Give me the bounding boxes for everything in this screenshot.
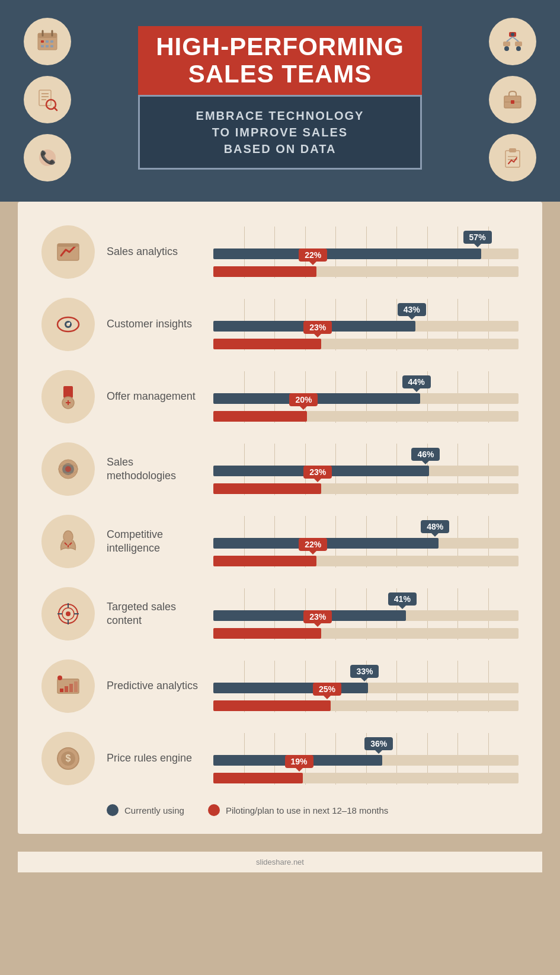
- dark-bar-wrapper-price-rules-engine: 36%: [213, 754, 519, 767]
- chart-row-price-rules-engine: $ Price rules engine 36%: [41, 732, 519, 785]
- bars-offer-management: 44% 20%: [213, 371, 519, 423]
- header-icons-left: 📞: [24, 18, 71, 181]
- chart-section-sales-analytics: 57% 22%: [213, 227, 519, 278]
- bars-customer-insights: 43% 23%: [213, 299, 519, 351]
- chart-section-targeted-sales-content: 41% 23%: [213, 588, 519, 640]
- dark-fill-predictive-analytics: 33%: [213, 683, 368, 693]
- chart-section-offer-management: 44% 20%: [213, 371, 519, 423]
- row-icon-sales-methodologies: [41, 442, 95, 496]
- bars-predictive-analytics: 33% 25%: [213, 661, 519, 712]
- legend-dot-dark: [107, 804, 119, 816]
- title-bottom-bg: EMBRACE TECHNOLOGYTO IMPROVE SALESBASED …: [138, 95, 422, 170]
- legend-dot-red: [208, 804, 220, 816]
- red-fill-targeted-sales-content: 23%: [213, 628, 321, 639]
- footer-source: slideshare.net: [256, 858, 304, 866]
- svg-point-25: [511, 33, 514, 36]
- red-badge-customer-insights: 23%: [303, 321, 332, 334]
- bars-sales-methodologies: 46% 23%: [213, 444, 519, 495]
- title-line2: SALES TEAMS: [156, 60, 404, 88]
- bars-targeted-sales-content: 41% 23%: [213, 588, 519, 640]
- row-label-sales-analytics: Sales analytics: [107, 245, 201, 259]
- svg-rect-61: [69, 684, 73, 692]
- red-bar-wrapper-targeted-sales-content: 23%: [213, 627, 519, 640]
- subtitle-text: EMBRACE TECHNOLOGYTO IMPROVE SALESBASED …: [158, 107, 402, 157]
- svg-rect-7: [41, 45, 44, 47]
- chart-row-competitive-intelligence: Competitive intelligence 48%: [41, 515, 519, 568]
- chart-section-customer-insights: 43% 23%: [213, 299, 519, 351]
- red-badge-targeted-sales-content: 23%: [303, 610, 332, 623]
- dark-badge-sales-methodologies: 46%: [411, 448, 440, 461]
- row-icon-offer-management: [41, 370, 95, 423]
- calendar-icon: [24, 18, 71, 65]
- red-fill-price-rules-engine: 19%: [213, 773, 303, 783]
- dark-fill-sales-analytics: 57%: [213, 248, 481, 259]
- svg-rect-9: [50, 45, 53, 47]
- svg-point-23: [504, 46, 509, 51]
- row-icon-customer-insights: [41, 298, 95, 351]
- bars-sales-analytics: 57% 22%: [213, 227, 519, 278]
- red-badge-competitive-intelligence: 22%: [299, 538, 327, 551]
- red-bar-wrapper-sales-methodologies: 23%: [213, 482, 519, 495]
- svg-point-45: [65, 466, 71, 472]
- row-icon-competitive-intelligence: [41, 515, 95, 568]
- svg-point-24: [516, 46, 521, 51]
- row-icon-targeted-sales-content: [41, 587, 95, 641]
- dark-badge-price-rules-engine: 36%: [364, 737, 393, 750]
- red-badge-sales-analytics: 22%: [299, 248, 327, 262]
- legend-piloting: Piloting/plan to use in next 12–18 month…: [208, 804, 388, 816]
- svg-text:$: $: [66, 753, 71, 763]
- chart-row-sales-methodologies: Sales methodologies 46% 23: [41, 442, 519, 496]
- bars-price-rules-engine: 36% 19%: [213, 733, 519, 785]
- red-bar-wrapper-offer-management: 20%: [213, 410, 519, 423]
- chart-section-price-rules-engine: 36% 19%: [213, 733, 519, 785]
- row-label-offer-management: Offer management: [107, 390, 201, 403]
- dark-bar-wrapper-customer-insights: 43%: [213, 320, 519, 333]
- chart-section-competitive-intelligence: 48% 22%: [213, 516, 519, 568]
- svg-line-22: [513, 37, 519, 42]
- red-bar-wrapper-price-rules-engine: 19%: [213, 772, 519, 785]
- dark-bar-wrapper-targeted-sales-content: 41%: [213, 609, 519, 622]
- chart-row-sales-analytics: Sales analytics 57% 22%: [41, 225, 519, 279]
- red-bar-wrapper-sales-analytics: 22%: [213, 265, 519, 278]
- legend-red-label: Piloting/plan to use in next 12–18 month…: [226, 805, 388, 815]
- legend-currently-using: Currently using: [107, 804, 184, 816]
- header-section: 📞 HIGH-PERFORMING SALES TEAMS EMBRACE TE…: [0, 0, 560, 202]
- red-badge-predictive-analytics: 25%: [313, 683, 341, 696]
- svg-rect-10: [39, 90, 51, 106]
- row-icon-sales-analytics: [41, 225, 95, 279]
- chart-section-sales-methodologies: 46% 23%: [213, 444, 519, 495]
- dark-bar-wrapper-competitive-intelligence: 48%: [213, 537, 519, 550]
- svg-rect-1: [38, 33, 57, 38]
- dark-badge-targeted-sales-content: 41%: [388, 592, 417, 606]
- svg-rect-19: [503, 42, 510, 46]
- red-fill-offer-management: 20%: [213, 411, 307, 422]
- red-fill-customer-insights: 23%: [213, 339, 321, 349]
- dark-badge-offer-management: 44%: [402, 375, 431, 388]
- row-label-predictive-analytics: Predictive analytics: [107, 679, 201, 693]
- red-badge-price-rules-engine: 19%: [285, 755, 313, 768]
- svg-point-38: [69, 323, 71, 324]
- red-bar-wrapper-customer-insights: 23%: [213, 337, 519, 351]
- title-box: HIGH-PERFORMING SALES TEAMS EMBRACE TECH…: [138, 26, 422, 170]
- legend-dark-label: Currently using: [124, 805, 184, 815]
- svg-text:📞: 📞: [40, 149, 56, 165]
- svg-rect-39: [63, 386, 73, 398]
- chart-row-offer-management: Offer management 44% 20%: [41, 370, 519, 423]
- svg-point-53: [66, 611, 71, 616]
- main-content: Sales analytics 57% 22%: [18, 202, 542, 834]
- dark-badge-competitive-intelligence: 48%: [421, 520, 449, 533]
- row-label-targeted-sales-content: Targeted sales content: [107, 600, 201, 628]
- footer: slideshare.net: [18, 852, 542, 872]
- title-top-bg: HIGH-PERFORMING SALES TEAMS: [138, 26, 422, 95]
- chart-row-customer-insights: Customer insights 43% 23%: [41, 298, 519, 351]
- red-badge-offer-management: 20%: [289, 393, 318, 406]
- svg-rect-20: [515, 42, 522, 46]
- dark-badge-predictive-analytics: 33%: [350, 665, 379, 678]
- svg-rect-29: [505, 151, 520, 167]
- dark-badge-sales-analytics: 57%: [463, 231, 492, 244]
- red-fill-predictive-analytics: 25%: [213, 700, 331, 711]
- dark-bar-wrapper-sales-methodologies: 46%: [213, 464, 519, 477]
- svg-rect-4: [41, 40, 44, 43]
- svg-rect-34: [57, 244, 79, 247]
- bars-competitive-intelligence: 48% 22%: [213, 516, 519, 568]
